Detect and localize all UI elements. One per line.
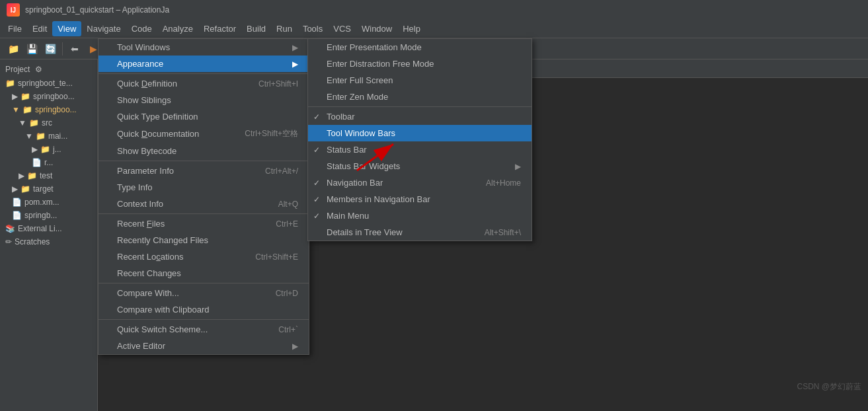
menu-navigate[interactable]: Navigate [81,21,126,36]
toolbar-save-btn[interactable]: 💾 [24,41,40,57]
sidebar-src-label: src [42,118,52,128]
menu-code[interactable]: Code [126,21,157,36]
main-menu-check-icon: ✓ [313,211,320,221]
project-label: Project [5,65,30,74]
title-bar: IJ springboot_01_quickstart – Applicatio… [0,0,868,20]
sidebar-item-test[interactable]: ▶ 📁 test [0,169,97,182]
sidebar-target-label: target [33,184,54,194]
view-menu-appearance[interactable]: Appearance ▶ [99,56,309,72]
appearance-status-bar-widgets-label: Status Bar Widgets [327,161,400,171]
view-recent-changes-label: Recent Changes [117,268,181,278]
view-menu-recently-changed[interactable]: Recently Changed Files [99,232,309,248]
menu-edit[interactable]: Edit [27,21,52,36]
appearance-tool-window-bars[interactable]: Tool Window Bars [308,125,532,141]
status-bar-widgets-arrow: ▶ [515,162,521,171]
menu-view[interactable]: View [52,21,81,36]
menu-file[interactable]: File [3,21,27,36]
menu-analyze[interactable]: Analyze [157,21,198,36]
view-menu-context-info[interactable]: Context Info Alt+Q [99,196,309,212]
menu-run[interactable]: Run [271,21,297,36]
sidebar-expand-icon[interactable]: ⚙ [35,65,42,74]
appearance-details-tree-label: Details in Tree View [327,227,403,237]
view-menu-quick-type-def[interactable]: Quick Type Definition [99,108,309,125]
toolbar-open-btn[interactable]: 📁 [5,41,21,57]
view-menu-compare-with[interactable]: Compare With... Ctrl+D [99,285,309,301]
sidebar-item-target[interactable]: ▶ 📁 target [0,182,97,196]
menu-build[interactable]: Build [241,21,271,36]
nav-bar-shortcut: Alt+Home [486,178,521,188]
view-menu-recent-files[interactable]: Recent Files Ctrl+E [99,215,309,232]
view-menu-recent-changes[interactable]: Recent Changes [99,265,309,281]
sidebar-item-springboot1[interactable]: ▶ 📁 springboo... [0,90,97,103]
sidebar-item-main[interactable]: ▼ 📁 mai... [0,130,97,143]
sidebar-item-springboot2[interactable]: ▼ 📁 springboo... [0,103,97,116]
view-quick-switch-label: Quick Switch Scheme... [117,324,208,334]
menu-vcs[interactable]: VCS [328,21,356,36]
appearance-tool-window-bars-label: Tool Window Bars [327,128,395,138]
appearance-zen-mode-label: Enter Zen Mode [327,92,388,102]
view-quick-type-def-label: Quick Type Definition [117,112,198,122]
menu-window[interactable]: Window [356,21,397,36]
dropdown-sep-2 [99,161,309,161]
view-parameter-info-label: Parameter Info [117,166,174,176]
sidebar-item-external-libs[interactable]: 📚 External Li... [0,222,97,235]
view-menu-show-bytecode[interactable]: Show Bytecode [99,143,309,159]
view-menu-parameter-info[interactable]: Parameter Info Ctrl+Alt+/ [99,163,309,179]
toolbar-sync-btn[interactable]: 🔄 [42,41,58,57]
sidebar-item-r[interactable]: 📄 r... [0,156,97,169]
appearance-main-menu[interactable]: ✓ Main Menu [308,207,532,224]
view-active-editor-label: Active Editor [117,341,165,351]
view-menu-active-editor[interactable]: Active Editor ▶ [99,338,309,354]
arrow-icon-tool-windows: ▶ [292,43,298,52]
view-context-info-label: Context Info [117,199,163,209]
appearance-members-nav-bar[interactable]: ✓ Members in Navigation Bar [308,191,532,207]
appearance-zen-mode[interactable]: Enter Zen Mode [308,89,532,105]
sidebar-r-label: r... [44,158,53,167]
members-nav-check-icon: ✓ [313,195,320,204]
appearance-details-tree[interactable]: Details in Tree View Alt+Shift+\ [308,224,532,241]
view-menu-quick-definition[interactable]: Quick Definition Ctrl+Shift+I [99,75,309,92]
menu-tools[interactable]: Tools [297,21,328,36]
appearance-navigation-bar[interactable]: ✓ Navigation Bar Alt+Home [308,174,532,191]
appearance-status-bar-label: Status Bar [327,145,367,155]
sidebar-springb-label: springb... [24,211,57,220]
arrow-icon-active-editor: ▶ [292,342,298,351]
toolbar-back-btn[interactable]: ⬅ [67,41,83,57]
view-menu-recent-locations[interactable]: Recent Locations Ctrl+Shift+E [99,248,309,265]
menu-refactor[interactable]: Refactor [198,21,241,36]
view-compare-with-label: Compare With... [117,288,179,298]
sidebar-main-label: mai... [48,131,67,141]
appearance-presentation-mode[interactable]: Enter Presentation Mode [308,39,532,56]
sidebar-item-src[interactable]: ▼ 📁 src [0,116,97,130]
view-quick-doc-shortcut: Ctrl+Shift+空格 [245,128,298,139]
sidebar-j-label: j... [53,145,61,154]
sidebar-header: Project ⚙ [0,62,97,77]
sidebar-item-j[interactable]: ▶ 📁 j... [0,143,97,156]
menu-help[interactable]: Help [397,21,426,36]
appearance-status-bar-widgets[interactable]: Status Bar Widgets ▶ [308,158,532,174]
sidebar-project-name: springboot_te... [18,79,73,88]
view-menu-quick-switch[interactable]: Quick Switch Scheme... Ctrl+` [99,321,309,338]
view-menu-compare-clipboard[interactable]: Compare with Clipboard [99,301,309,318]
view-menu-quick-doc[interactable]: Quick Documentation Ctrl+Shift+空格 [99,125,309,143]
appearance-full-screen[interactable]: Enter Full Screen [308,72,532,89]
sidebar-springboot2-label: springboo... [35,105,77,114]
appearance-distraction-free[interactable]: Enter Distraction Free Mode [308,56,532,72]
arrow-icon-appearance: ▶ [292,59,298,69]
dropdown-sep-3 [99,213,309,214]
nav-bar-check-icon: ✓ [313,178,320,188]
sidebar-item-project[interactable]: 📁 springboot_te... [0,77,97,90]
view-menu-show-siblings[interactable]: Show Siblings [99,92,309,108]
sidebar-item-pom[interactable]: 📄 pom.xm... [0,196,97,209]
sidebar-item-springb[interactable]: 📄 springb... [0,209,97,222]
toolbar-separator-1 [62,42,63,56]
view-menu-tool-windows[interactable]: Tool Windows ▶ [99,39,309,56]
view-menu-type-info[interactable]: Type Info [99,179,309,196]
dropdown-sep-4 [99,283,309,283]
sidebar-item-scratches[interactable]: ✏ Scratches [0,235,97,248]
view-recently-changed-label: Recently Changed Files [117,235,208,245]
view-type-info-label: Type Info [117,182,152,192]
appearance-status-bar[interactable]: ✓ Status Bar [308,141,532,158]
appearance-members-nav-label: Members in Navigation Bar [327,194,430,204]
appearance-toolbar[interactable]: ✓ Toolbar [308,108,532,125]
